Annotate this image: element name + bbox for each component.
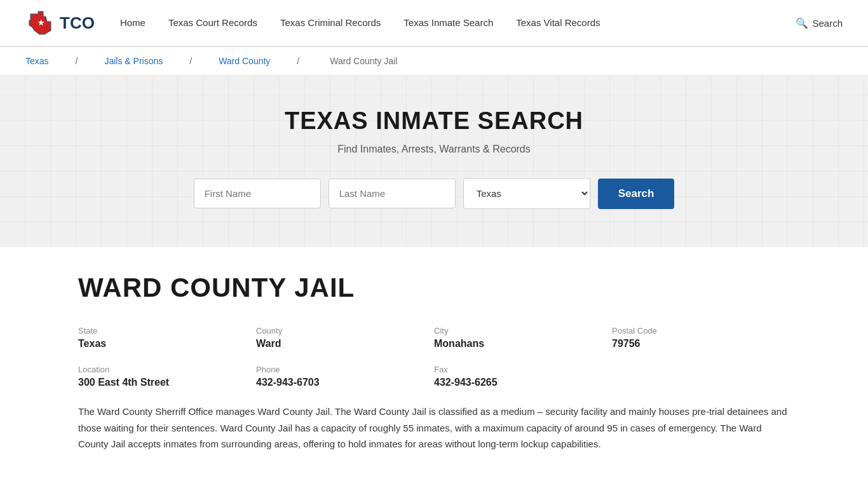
svg-text:★: ★ [37,18,44,27]
state-cell: State Texas [78,326,256,349]
postal-value: 79756 [612,338,780,349]
nav-home[interactable]: Home [120,17,146,29]
county-label: County [256,326,424,336]
county-value: Ward [256,338,424,349]
hero-title: TEXAS INMATE SEARCH [25,107,843,135]
main-nav: Home Texas Court Records Texas Criminal … [120,17,796,29]
info-row-1: State Texas County Ward City Monahans Po… [78,326,790,349]
breadcrumb-sep3: / [297,56,299,66]
logo-icon: ★ [25,8,56,38]
hero-subtitle: Find Inmates, Arrests, Warrants & Record… [25,144,843,155]
nav-vital-records[interactable]: Texas Vital Records [516,17,600,29]
location-value: 300 East 4th Street [78,377,246,388]
nav-criminal-records[interactable]: Texas Criminal Records [280,17,381,29]
location-label: Location [78,365,246,374]
header: ★ TCO Home Texas Court Records Texas Cri… [0,0,868,46]
breadcrumb-ward-county[interactable]: Ward County [219,56,270,66]
first-name-input[interactable] [194,179,321,208]
last-name-input[interactable] [329,179,456,208]
logo-text: TCO [60,13,95,33]
county-cell: County Ward [256,326,434,349]
nav-inmate-search[interactable]: Texas Inmate Search [403,17,493,29]
state-select[interactable]: Texas [463,178,590,209]
info-row-2: Location 300 East 4th Street Phone 432-9… [78,365,790,388]
postal-label: Postal Code [612,326,780,336]
fax-value: 432-943-6265 [434,377,602,388]
city-cell: City Monahans [434,326,612,349]
fax-cell: Fax 432-943-6265 [434,365,612,388]
facility-title: WARD COUNTY JAIL [78,273,790,303]
breadcrumb: Texas / Jails & Prisons / Ward County / … [0,47,868,76]
fax-label: Fax [434,365,602,374]
state-label: State [78,326,246,336]
hero-section: TEXAS INMATE SEARCH Find Inmates, Arrest… [0,76,868,247]
search-button[interactable]: Search [598,179,675,209]
facility-description: The Ward County Sherriff Office manages … [78,403,790,452]
inmate-search-form: Texas Search [25,178,843,209]
nav-search[interactable]: 🔍 Search [796,17,843,29]
phone-cell: Phone 432-943-6703 [256,365,434,388]
logo-link[interactable]: ★ TCO [25,8,95,38]
search-icon: 🔍 [796,17,808,29]
nav-court-records[interactable]: Texas Court Records [168,17,257,29]
breadcrumb-sep1: / [76,56,78,66]
phone-value: 432-943-6703 [256,377,424,388]
location-cell: Location 300 East 4th Street [78,365,256,388]
breadcrumb-current: Ward County Jail [330,56,397,66]
empty-cell [612,365,790,388]
breadcrumb-jails[interactable]: Jails & Prisons [104,56,163,66]
state-value: Texas [78,338,246,349]
breadcrumb-texas[interactable]: Texas [25,56,49,66]
city-label: City [434,326,602,336]
main-content: WARD COUNTY JAIL State Texas County Ward… [53,247,815,488]
city-value: Monahans [434,338,602,349]
breadcrumb-sep2: / [189,56,192,66]
postal-cell: Postal Code 79756 [612,326,790,349]
nav-search-label: Search [812,18,843,29]
phone-label: Phone [256,365,424,374]
